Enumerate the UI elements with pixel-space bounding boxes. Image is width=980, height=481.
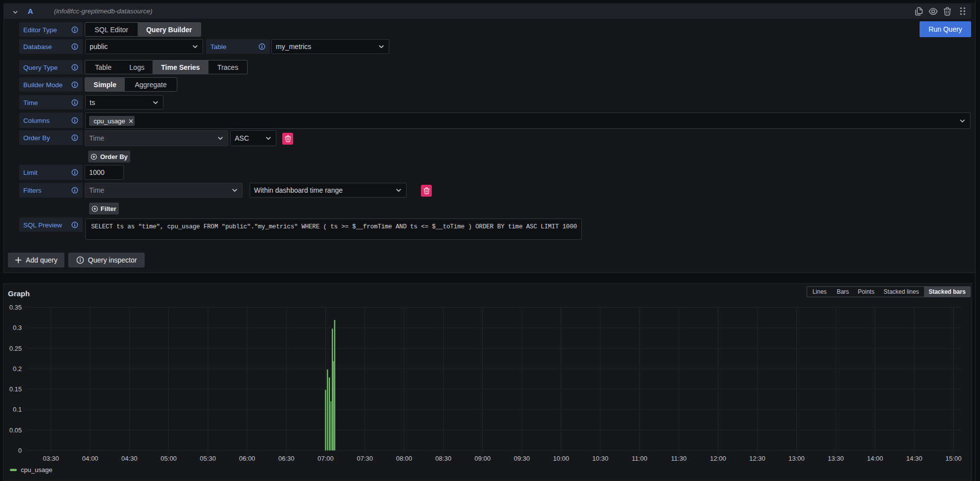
svg-text:14:30: 14:30 — [906, 455, 923, 462]
svg-text:13:00: 13:00 — [788, 455, 805, 462]
svg-text:0.3: 0.3 — [13, 324, 22, 331]
svg-text:04:30: 04:30 — [121, 455, 138, 462]
svg-text:11:00: 11:00 — [632, 455, 648, 462]
svg-text:15:00: 15:00 — [945, 455, 962, 462]
svg-text:03:30: 03:30 — [43, 455, 59, 462]
svg-text:09:30: 09:30 — [514, 455, 530, 462]
svg-text:08:30: 08:30 — [435, 455, 452, 462]
svg-text:0.1: 0.1 — [13, 406, 22, 413]
svg-text:0.2: 0.2 — [13, 365, 22, 373]
svg-text:06:30: 06:30 — [278, 455, 295, 462]
svg-text:06:00: 06:00 — [239, 455, 256, 462]
svg-text:08:00: 08:00 — [396, 455, 413, 462]
svg-text:0.05: 0.05 — [9, 427, 22, 434]
svg-text:10:30: 10:30 — [592, 455, 609, 462]
svg-text:0.15: 0.15 — [9, 385, 22, 393]
svg-text:07:00: 07:00 — [317, 455, 334, 462]
svg-text:07:30: 07:30 — [357, 455, 373, 462]
svg-text:12:00: 12:00 — [710, 455, 726, 462]
svg-text:0.25: 0.25 — [9, 345, 22, 352]
svg-text:0.35: 0.35 — [9, 304, 22, 311]
svg-text:12:30: 12:30 — [749, 455, 766, 462]
svg-text:cpu_usage: cpu_usage — [21, 466, 52, 474]
svg-text:10:00: 10:00 — [553, 455, 569, 462]
svg-text:11:30: 11:30 — [671, 455, 687, 462]
svg-text:04:00: 04:00 — [82, 455, 99, 462]
svg-text:13:30: 13:30 — [828, 455, 844, 462]
svg-text:05:00: 05:00 — [160, 455, 177, 462]
svg-text:0: 0 — [18, 447, 22, 454]
svg-text:14:00: 14:00 — [867, 455, 883, 462]
svg-text:05:30: 05:30 — [200, 455, 216, 462]
svg-text:09:00: 09:00 — [474, 455, 491, 462]
